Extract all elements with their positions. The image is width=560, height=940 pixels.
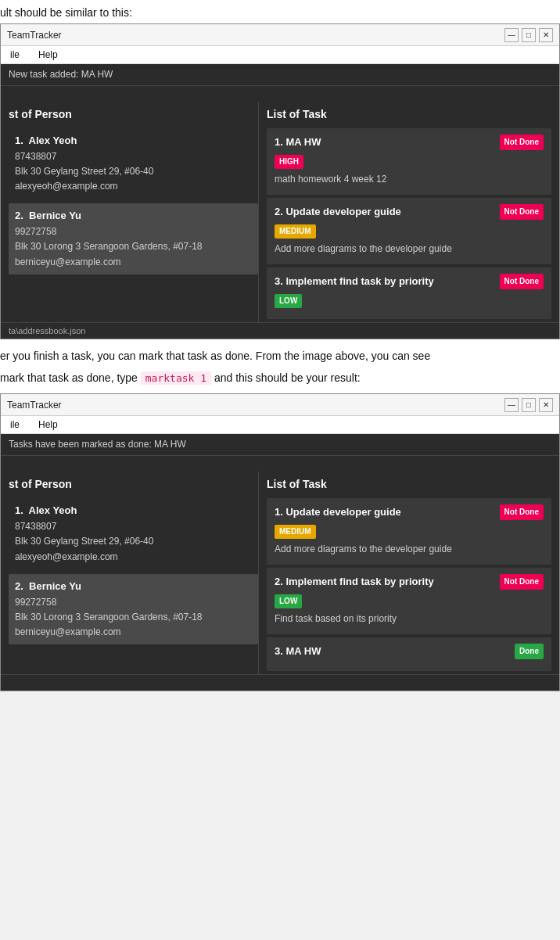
output-text-2: Tasks have been marked as done: MA HW — [9, 439, 186, 450]
close-button-1[interactable]: ✕ — [539, 28, 553, 42]
task-priority-2-2: LOW — [275, 594, 302, 608]
status-bar-1: ta\addressbook.json — [1, 322, 559, 339]
maximize-button-2[interactable]: □ — [522, 398, 536, 412]
task-desc-2-1: Add more diagrams to the developer guide — [275, 542, 544, 557]
status-bar-2 — [1, 674, 559, 691]
titlebar-2: TeamTracker — □ ✕ — [1, 394, 559, 416]
task-header-2-2: 2. Implement find task by priority Not D… — [275, 574, 544, 590]
person-panel-1: st of Person 1. Alex Yeoh 87438807 Blk 3… — [1, 102, 259, 322]
person-address-1-2: Blk 30 Lorong 3 Serangoon Gardens, #07-1… — [15, 239, 252, 254]
menu-help-1[interactable]: Help — [35, 48, 61, 62]
person-name-1-1: 1. Alex Yeoh — [15, 133, 252, 149]
task-header-1-3: 3. Implement find task by priority Not D… — [275, 274, 544, 290]
task-desc-1-1: math homework 4 week 12 — [275, 172, 544, 187]
menu-help-2[interactable]: Help — [35, 418, 61, 432]
task-entry-1-2[interactable]: 2. Update developer guide Not Done MEDIU… — [267, 198, 551, 264]
spacer-1 — [1, 86, 559, 102]
menubar-2: ile Help — [1, 416, 559, 434]
task-header-2-1: 1. Update developer guide Not Done — [275, 504, 544, 521]
output-line-2: Tasks have been marked as done: MA HW — [1, 434, 559, 456]
task-title-2-3: 3. MA HW — [275, 644, 321, 660]
prose-mid: er you finish a task, you can mark that … — [0, 339, 560, 394]
task-panel-title-1: List of Task — [267, 108, 559, 120]
page-wrapper: ult should be similar to this: TeamTrack… — [0, 0, 560, 691]
minimize-button-2[interactable]: — — [504, 398, 519, 412]
task-panel-title-2: List of Task — [267, 478, 559, 490]
task-header-1-1: 1. MA HW Not Done — [275, 135, 544, 151]
window-2-title: TeamTracker — [7, 400, 62, 411]
person-phone-2-1: 87438807 — [15, 519, 252, 534]
task-title-1-2: 2. Update developer guide — [275, 204, 401, 221]
titlebar-controls-2: — □ ✕ — [504, 398, 553, 412]
spacer-2 — [1, 456, 559, 472]
task-header-2-3: 3. MA HW Done — [275, 644, 544, 660]
task-header-1-2: 2. Update developer guide Not Done — [275, 204, 544, 221]
maximize-button-1[interactable]: □ — [522, 28, 536, 42]
person-entry-1-2[interactable]: 2. Bernice Yu 99272758 Blk 30 Lorong 3 S… — [9, 203, 258, 274]
window-1-title: TeamTracker — [7, 30, 62, 41]
task-priority-1-2: MEDIUM — [275, 224, 316, 239]
task-entry-2-3[interactable]: 3. MA HW Done — [267, 637, 551, 671]
main-panels-2: st of Person 1. Alex Yeoh 87438807 Blk 3… — [1, 472, 559, 674]
task-panel-1: List of Task 1. MA HW Not Done HIGH math… — [259, 102, 559, 322]
person-name-1-2: 2. Bernice Yu — [15, 208, 252, 224]
prose-top-text: ult should be similar to this: — [0, 6, 132, 19]
person-name-2-2: 2. Bernice Yu — [15, 579, 252, 595]
minimize-button-1[interactable]: — — [504, 28, 519, 42]
task-desc-1-2: Add more diagrams to the developer guide — [275, 242, 544, 257]
task-entry-2-1[interactable]: 1. Update developer guide Not Done MEDIU… — [267, 498, 551, 565]
close-button-2[interactable]: ✕ — [539, 398, 553, 412]
task-status-badge-2-1: Not Done — [500, 504, 544, 520]
task-entry-1-1[interactable]: 1. MA HW Not Done HIGH math homework 4 w… — [267, 128, 551, 195]
task-panel-2: List of Task 1. Update developer guide N… — [259, 472, 559, 674]
task-priority-2-1: MEDIUM — [275, 525, 316, 539]
prose-mid-line1: er you finish a task, you can mark that … — [0, 347, 560, 366]
task-status-badge-2-2: Not Done — [500, 574, 544, 590]
titlebar-controls-1: — □ ✕ — [504, 28, 553, 42]
person-address-2-1: Blk 30 Geylang Street 29, #06-40 — [15, 534, 252, 549]
app-body-1: New task added: MA HW st of Person 1. Al… — [1, 64, 559, 339]
task-title-1-1: 1. MA HW — [275, 135, 321, 151]
person-address-2-2: Blk 30 Lorong 3 Serangoon Gardens, #07-1… — [15, 610, 252, 625]
person-email-2-2: berniceyu@example.com — [15, 625, 252, 640]
task-title-2-1: 1. Update developer guide — [275, 504, 401, 521]
task-desc-2-2: Find task based on its priority — [275, 612, 544, 626]
task-title-2-2: 2. Implement find task by priority — [275, 574, 434, 590]
person-email-2-1: alexyeoh@example.com — [15, 550, 252, 565]
command-inline: marktask 1 — [141, 371, 211, 385]
task-status-badge-1-1: Not Done — [500, 135, 544, 150]
app-body-2: Tasks have been marked as done: MA HW st… — [1, 434, 559, 691]
task-entry-2-2[interactable]: 2. Implement find task by priority Not D… — [267, 568, 551, 634]
task-priority-1-1: HIGH — [275, 155, 303, 169]
output-line-1: New task added: MA HW — [1, 64, 559, 86]
person-panel-2: st of Person 1. Alex Yeoh 87438807 Blk 3… — [1, 472, 259, 674]
person-panel-title-2: st of Person — [9, 478, 258, 490]
person-phone-2-2: 99272758 — [15, 595, 252, 610]
prose-mid-line2: mark that task as done, type marktask 1 … — [0, 366, 560, 388]
person-entry-2-2[interactable]: 2. Bernice Yu 99272758 Blk 30 Lorong 3 S… — [9, 574, 258, 644]
window-2: TeamTracker — □ ✕ ile Help Tasks have be… — [0, 393, 560, 691]
person-email-1-2: berniceyu@example.com — [15, 255, 252, 270]
person-entry-1-1[interactable]: 1. Alex Yeoh 87438807 Blk 30 Geylang Str… — [9, 128, 258, 199]
window-1: TeamTracker — □ ✕ ile Help New task adde… — [0, 23, 560, 339]
person-phone-1-2: 99272758 — [15, 224, 252, 239]
person-entry-2-1[interactable]: 1. Alex Yeoh 87438807 Blk 30 Geylang Str… — [9, 498, 258, 569]
menu-file-1[interactable]: ile — [7, 48, 23, 62]
task-status-badge-1-3: Not Done — [500, 274, 544, 289]
prose-top: ult should be similar to this: — [0, 0, 560, 23]
task-priority-1-3: LOW — [275, 294, 302, 308]
task-status-badge-2-3: Done — [515, 644, 544, 659]
status-bar-text-1: ta\addressbook.json — [9, 326, 85, 335]
task-status-badge-1-2: Not Done — [500, 204, 544, 220]
task-entry-1-3[interactable]: 3. Implement find task by priority Not D… — [267, 267, 551, 319]
main-panels-1: st of Person 1. Alex Yeoh 87438807 Blk 3… — [1, 102, 559, 322]
status-bar-text-2 — [9, 678, 11, 687]
person-name-2-1: 1. Alex Yeoh — [15, 503, 252, 519]
task-title-1-3: 3. Implement find task by priority — [275, 274, 434, 290]
menu-file-2[interactable]: ile — [7, 418, 23, 432]
person-email-1-1: alexyeoh@example.com — [15, 179, 252, 194]
person-address-1-1: Blk 30 Geylang Street 29, #06-40 — [15, 164, 252, 179]
titlebar-1: TeamTracker — □ ✕ — [1, 24, 559, 46]
output-text-1: New task added: MA HW — [9, 69, 113, 80]
person-phone-1-1: 87438807 — [15, 149, 252, 164]
